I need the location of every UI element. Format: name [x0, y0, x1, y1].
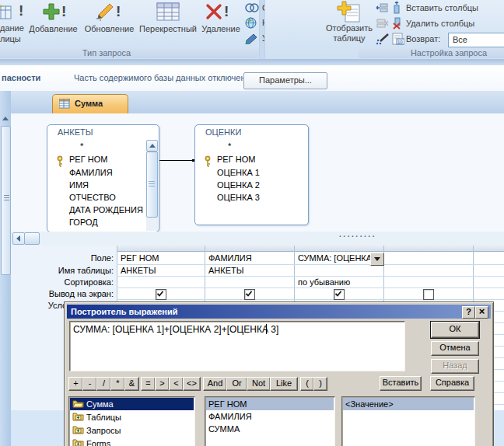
crosstab-query-button[interactable]: Перекрестный: [138, 0, 198, 47]
tree-item-queries[interactable]: Запросы: [70, 424, 194, 437]
field-item[interactable]: ОЦЕНКА 1: [217, 168, 260, 177]
scroll-left-button[interactable]: [12, 232, 25, 245]
operator-concat-button[interactable]: &: [124, 377, 139, 391]
operator-minus-button[interactable]: -: [82, 377, 97, 391]
operator-equals-button[interactable]: =: [141, 377, 156, 391]
query-datasheet-icon: [59, 99, 71, 110]
exclamation-icon: !: [19, 3, 23, 18]
expression-fields-list[interactable]: РЕГ НОМ ФАМИЛИЯ СУММА: [205, 396, 335, 446]
field-item[interactable]: ОЦЕНКА 2: [217, 180, 260, 190]
field-item[interactable]: РЕГ НОМ: [69, 155, 107, 164]
insert-columns-icon: [392, 2, 402, 16]
column-header[interactable]: [294, 246, 383, 252]
insert-columns-label: Вставить столбцы: [406, 2, 478, 15]
grid-cell-field-3[interactable]: СУММА: [ОЦЕНКА: [295, 253, 371, 263]
crosstab-table-icon: [156, 2, 180, 23]
grid-cell-table-2[interactable]: АНКЕТЫ: [205, 265, 294, 276]
tree-item-tables[interactable]: Таблицы: [70, 411, 194, 423]
field-item[interactable]: РЕГ НОМ: [217, 155, 255, 164]
join-line[interactable]: [158, 160, 194, 161]
field-item[interactable]: ГОРОД: [69, 218, 98, 227]
show-checkbox-1[interactable]: [156, 289, 166, 300]
field-item[interactable]: ОЦЕНКА 3: [217, 193, 260, 202]
operator-or-button[interactable]: Or: [226, 377, 247, 391]
operator-notequal-button[interactable]: <>: [183, 377, 201, 391]
field-list-item-regnom[interactable]: РЕГ НОМ: [206, 398, 334, 410]
question-icon: ?: [466, 307, 471, 316]
field-list-ocenki[interactable]: ОЦЕНКИ * РЕГ НОМ ОЦЕНКА 1 ОЦЕНКА 2 ОЦЕНК…: [194, 124, 309, 225]
field-list-item-familia[interactable]: ФАМИЛИЯ: [206, 410, 334, 423]
grid-cell-table-1[interactable]: АНКЕТЫ: [117, 265, 205, 276]
field-list-item-summa[interactable]: СУММА: [206, 423, 334, 435]
show-table-button[interactable]: Отобразить таблицу: [325, 0, 373, 47]
dialog-help-button[interactable]: ?: [462, 306, 475, 319]
back-button[interactable]: Назад: [431, 359, 479, 374]
help-button[interactable]: Справка: [430, 376, 474, 391]
operator-plus-button[interactable]: +: [68, 377, 83, 391]
dialog-title-bar[interactable]: Построитель выражений ? ×: [67, 305, 491, 319]
diagram-pane-hscrollbar[interactable]: ·········: [11, 232, 504, 246]
cancel-button[interactable]: Отмена: [431, 341, 479, 356]
operator-openparen-button[interactable]: (: [300, 377, 314, 391]
scroll-up-button[interactable]: [146, 140, 158, 152]
append-query-button[interactable]: ! Добавление: [26, 0, 81, 47]
tree-item-summa[interactable]: Сумма: [70, 398, 194, 410]
update-query-button[interactable]: ! Обновление: [82, 0, 137, 47]
grid-cell-sort-3[interactable]: по убыванию: [295, 277, 383, 287]
operator-multiply-button[interactable]: *: [110, 377, 125, 391]
show-checkbox-2[interactable]: [244, 289, 255, 300]
tree-item-forms[interactable]: Forms: [70, 437, 194, 446]
builder-wand-icon[interactable]: [376, 33, 389, 47]
field-item[interactable]: ФАМИЛИЯ: [69, 168, 113, 177]
insert-columns-button[interactable]: Вставить столбцы: [376, 2, 504, 15]
field-list-ankety[interactable]: АНКЕТЫ * РЕГ НОМ ФАМИЛИЯ ИМЯ ОТЧЕСТВО ДА…: [47, 124, 159, 232]
ok-button[interactable]: ОК: [431, 322, 479, 338]
expression-textbox[interactable]: СУММА: [ОЦЕНКА 1]+[ОЦЕНКА 2]+[ОЦЕНКА 3]: [69, 321, 405, 371]
operator-like-button[interactable]: Like: [270, 377, 298, 391]
grid-cell-field-2[interactable]: ФАМИЛИЯ: [205, 253, 294, 263]
dialog-close-button[interactable]: ×: [475, 306, 488, 319]
return-combobox[interactable]: Все: [448, 33, 504, 47]
tab-query-summa[interactable]: Сумма: [52, 94, 128, 114]
field-dropdown-button[interactable]: [370, 253, 384, 266]
show-table-label-line1: Отобразить: [325, 23, 373, 33]
insert-button[interactable]: Вставить: [380, 376, 422, 391]
grid-cell-field-1[interactable]: РЕГ НОМ: [117, 253, 205, 263]
expression-values-list[interactable]: <Значение>: [341, 396, 475, 446]
field-item[interactable]: ДАТА РОЖДЕНИЯ: [69, 205, 143, 214]
security-options-button[interactable]: Параметры...: [243, 72, 327, 89]
field-item[interactable]: ОТЧЕСТВО: [69, 193, 116, 202]
field-list-scrollbar[interactable]: [146, 140, 158, 231]
field-item-star[interactable]: *: [80, 141, 83, 151]
column-header[interactable]: [205, 246, 294, 252]
show-checkbox-3[interactable]: [334, 289, 345, 300]
operator-divide-button[interactable]: /: [96, 377, 111, 391]
navigation-pane-shutter[interactable]: [0, 91, 12, 446]
security-warning-title: пасности: [2, 73, 40, 82]
column-header[interactable]: [117, 246, 205, 252]
column-header[interactable]: [473, 246, 504, 252]
chevron-down-icon: [374, 257, 380, 261]
column-header[interactable]: [383, 246, 473, 252]
operator-and-button[interactable]: And: [203, 377, 227, 391]
field-item-star[interactable]: *: [228, 141, 231, 151]
hscroll-thumb[interactable]: [24, 232, 40, 245]
pane-splitter-handle[interactable]: ·········: [339, 232, 380, 241]
field-item[interactable]: ИМЯ: [69, 180, 89, 190]
scroll-thumb[interactable]: [146, 152, 158, 218]
update-label: Обновление: [82, 24, 137, 33]
shutter-scroll-thumb[interactable]: [1, 126, 11, 275]
delete-query-button[interactable]: ! Удаление: [199, 0, 243, 47]
ribbon: Тип запроса ! дание лицы ! Добавление ! …: [0, 0, 504, 65]
operator-not-button[interactable]: Not: [247, 377, 271, 391]
value-list-item[interactable]: <Значение>: [343, 398, 474, 410]
show-checkbox-4[interactable]: [423, 289, 434, 300]
operator-greater-button[interactable]: >: [155, 377, 170, 391]
make-table-label-line1: дание: [0, 23, 24, 33]
delete-columns-button[interactable]: Удалить столбцы: [376, 17, 504, 30]
expression-elements-list[interactable]: Сумма Таблицы Запросы Forms: [68, 396, 195, 446]
dialog-title: Построитель выражений: [71, 307, 177, 316]
operator-less-button[interactable]: <: [169, 377, 184, 391]
crosstab-label: Перекрестный: [138, 24, 198, 33]
operator-closeparen-button[interactable]: ): [313, 377, 327, 391]
